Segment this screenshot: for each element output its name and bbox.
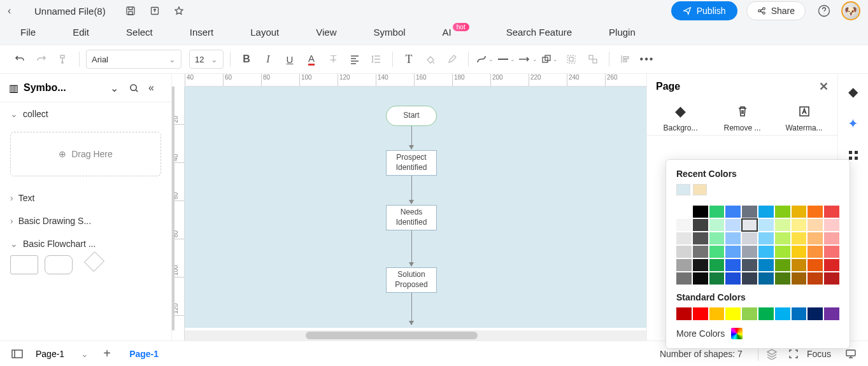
save-icon[interactable] [124,4,138,18]
palette-swatch[interactable] [775,272,790,285]
palette-swatch[interactable] [792,219,807,231]
node-solution[interactable]: Solution Proposed [386,267,437,293]
palette-swatch[interactable] [676,206,692,218]
text-tool-button[interactable]: T [399,50,418,69]
help-button[interactable] [815,1,834,20]
canvas[interactable]: Start Prospect Identified Needs Identifi… [185,87,646,328]
palette-swatch[interactable] [676,246,692,258]
palette-swatch[interactable] [758,246,774,258]
fill-button[interactable] [421,50,440,69]
chevron-down-icon[interactable]: ⌄ [110,82,124,94]
font-size-select[interactable]: 12⌄ [189,50,224,69]
menu-file[interactable]: File [8,23,48,41]
palette-swatch[interactable] [792,206,807,218]
palette-swatch[interactable] [742,272,757,285]
node-prospect[interactable]: Prospect Identified [386,150,437,176]
publish-button[interactable]: Publish [671,1,737,20]
palette-swatch[interactable] [693,272,708,285]
connector-style-button[interactable]: ⌄ [475,50,494,69]
highlight-button[interactable] [443,50,462,69]
page-selector[interactable]: Page-1⌄ [31,346,94,362]
back-button[interactable]: ‹ [8,5,19,17]
palette-swatch[interactable] [676,272,692,285]
palette-swatch[interactable] [709,232,725,244]
palette-swatch[interactable] [758,272,774,285]
palette-swatch[interactable] [725,272,741,285]
shape-rounded-rect[interactable] [45,255,73,274]
menu-layout[interactable]: Layout [238,23,292,41]
more-colors-button[interactable]: More Colors [676,328,839,339]
background-action[interactable]: ◆Backgro... [655,103,706,132]
font-family-select[interactable]: Arial⌄ [86,50,181,69]
palette-swatch[interactable] [693,219,708,231]
align-button[interactable] [345,50,364,69]
palette-swatch[interactable] [775,219,790,231]
menu-edit[interactable]: Edit [60,23,102,41]
menu-ai[interactable]: AIhot [430,23,482,41]
shape-rectangle[interactable] [10,255,38,274]
palette-swatch[interactable] [709,206,725,218]
node-needs[interactable]: Needs Identified [386,205,437,230]
arrow-3[interactable] [411,230,412,266]
palette-swatch[interactable] [758,219,774,231]
palette-swatch[interactable] [824,206,839,218]
remove-action[interactable]: Remove ... [717,103,768,132]
recent-color-swatch[interactable] [676,184,690,195]
favorite-icon[interactable] [172,4,186,18]
section-basic-drawing[interactable]: Basic Drawing S... [0,209,171,232]
shape-diamond[interactable] [79,255,107,274]
palette-swatch[interactable] [709,259,725,271]
palette-swatch[interactable] [775,246,790,258]
rail-fill-icon[interactable]: ◆ [844,83,862,101]
share-button[interactable]: Share [746,1,806,20]
drag-here-zone[interactable]: ⊕Drag Here [10,132,161,176]
palette-swatch[interactable] [808,219,823,231]
standard-color-swatch[interactable] [792,307,807,320]
palette-swatch[interactable] [725,259,741,271]
font-color-button[interactable]: A [302,50,321,69]
line-style-button[interactable]: ⌄ [497,50,516,69]
recent-color-swatch[interactable] [693,184,707,195]
menu-view[interactable]: View [303,23,349,41]
palette-swatch[interactable] [792,232,807,244]
menu-search-feature[interactable]: Search Feature [494,23,585,41]
search-icon[interactable] [129,83,143,93]
palette-swatch[interactable] [709,246,725,258]
horizontal-scrollbar[interactable] [185,330,646,341]
palette-swatch[interactable] [676,259,692,271]
ungroup-button[interactable] [583,50,602,69]
menu-symbol[interactable]: Symbol [361,23,418,41]
arrow-1[interactable] [411,126,412,149]
menu-select[interactable]: Select [113,23,166,41]
arrow-4[interactable] [411,293,412,325]
italic-button[interactable]: I [259,50,278,69]
standard-color-swatch[interactable] [725,307,741,320]
scrollbar-thumb[interactable] [306,332,478,339]
tab-page-1[interactable]: Page-1 [120,345,167,363]
collapse-panel-icon[interactable]: « [148,82,162,94]
palette-swatch[interactable] [775,232,790,244]
watermark-action[interactable]: Waterma... [779,103,830,132]
palette-swatch[interactable] [775,259,790,271]
undo-button[interactable] [10,50,29,69]
group-button[interactable] [562,50,581,69]
format-painter-button[interactable] [53,50,73,69]
standard-color-swatch[interactable] [709,307,725,320]
palette-swatch[interactable] [693,206,708,218]
palette-swatch[interactable] [758,206,774,218]
line-spacing-button[interactable] [367,50,386,69]
palette-swatch[interactable] [742,259,757,271]
palette-swatch[interactable] [792,272,807,285]
arrow-2[interactable] [411,176,412,204]
add-page-button[interactable]: + [99,346,115,362]
export-icon[interactable] [148,4,162,18]
standard-color-swatch[interactable] [824,307,839,320]
palette-swatch[interactable] [693,232,708,244]
palette-swatch[interactable] [725,246,741,258]
menu-plugin[interactable]: Plugin [596,23,648,41]
align-objects-button[interactable] [616,50,635,69]
layer-button[interactable]: ⌄ [540,50,559,69]
palette-swatch[interactable] [808,272,823,285]
standard-color-swatch[interactable] [693,307,708,320]
section-text[interactable]: Text [0,187,171,209]
